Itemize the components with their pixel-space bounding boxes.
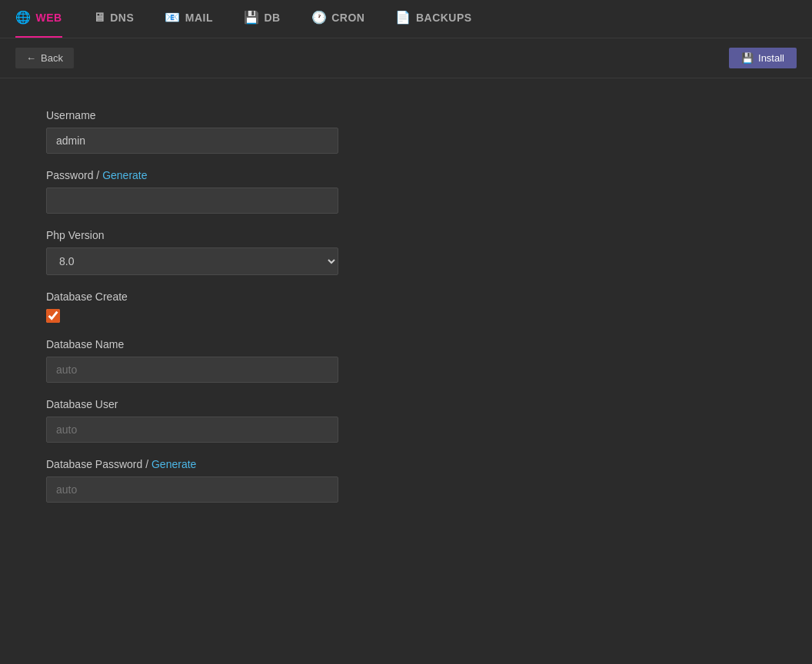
nav-item-cron[interactable]: 🕐 CRON (311, 0, 365, 38)
toolbar: ← Back 💾 Install (0, 38, 812, 78)
nav-label-backups: BACKUPS (416, 12, 472, 24)
nav-label-web: WEB (36, 12, 62, 24)
database-name-label: Database Name (46, 338, 492, 350)
database-create-checkbox-container (46, 309, 492, 323)
nav-item-mail[interactable]: 📧 MAIL (165, 0, 213, 38)
database-password-group: Database Password / Generate (46, 458, 492, 503)
database-name-group: Database Name (46, 338, 492, 383)
password-group: Password / Generate (46, 169, 492, 214)
password-generate-link[interactable]: Generate (102, 169, 147, 181)
nav-item-backups[interactable]: 📄 BACKUPS (395, 0, 471, 38)
nav-label-mail: MAIL (185, 12, 213, 24)
top-navigation: 🌐 WEB 🖥 DNS 📧 MAIL 💾 DB 🕐 CRON 📄 BACKUPS (0, 0, 812, 38)
nav-label-cron: CRON (331, 12, 364, 24)
username-input[interactable] (46, 128, 338, 154)
database-user-group: Database User (46, 398, 492, 443)
username-group: Username (46, 109, 492, 154)
password-label: Password / Generate (46, 169, 492, 181)
web-icon: 🌐 (15, 10, 32, 25)
mail-icon: 📧 (165, 10, 181, 25)
database-user-label: Database User (46, 398, 492, 410)
nav-label-dns: DNS (110, 12, 134, 24)
nav-item-db[interactable]: 💾 DB (244, 0, 281, 38)
cron-icon: 🕐 (311, 10, 328, 25)
install-button-label: Install (758, 52, 784, 64)
password-input[interactable] (46, 188, 338, 214)
database-password-generate-link[interactable]: Generate (151, 458, 196, 470)
database-create-group: Database Create (46, 290, 492, 323)
dns-icon: 🖥 (93, 11, 106, 25)
nav-label-db: DB (264, 12, 280, 24)
install-icon: 💾 (741, 52, 754, 64)
back-button[interactable]: ← Back (15, 48, 74, 68)
nav-item-web[interactable]: 🌐 WEB (15, 0, 62, 38)
database-name-input[interactable] (46, 357, 338, 383)
db-icon: 💾 (244, 10, 260, 25)
username-label: Username (46, 109, 492, 121)
back-arrow-icon: ← (26, 52, 36, 64)
database-create-checkbox[interactable] (46, 309, 60, 323)
php-version-label: Php Version (46, 229, 492, 241)
backups-icon: 📄 (395, 10, 411, 25)
php-version-group: Php Version 8.0 7.4 7.3 5.6 (46, 229, 492, 275)
php-version-select[interactable]: 8.0 7.4 7.3 5.6 (46, 247, 338, 275)
database-user-input[interactable] (46, 417, 338, 443)
main-content: Username Password / Generate Php Version… (0, 78, 538, 549)
install-button[interactable]: 💾 Install (729, 48, 797, 68)
nav-item-dns[interactable]: 🖥 DNS (93, 0, 135, 38)
database-create-label: Database Create (46, 290, 492, 303)
back-button-label: Back (41, 52, 63, 64)
database-password-input[interactable] (46, 476, 338, 503)
database-password-label: Database Password / Generate (46, 458, 492, 470)
